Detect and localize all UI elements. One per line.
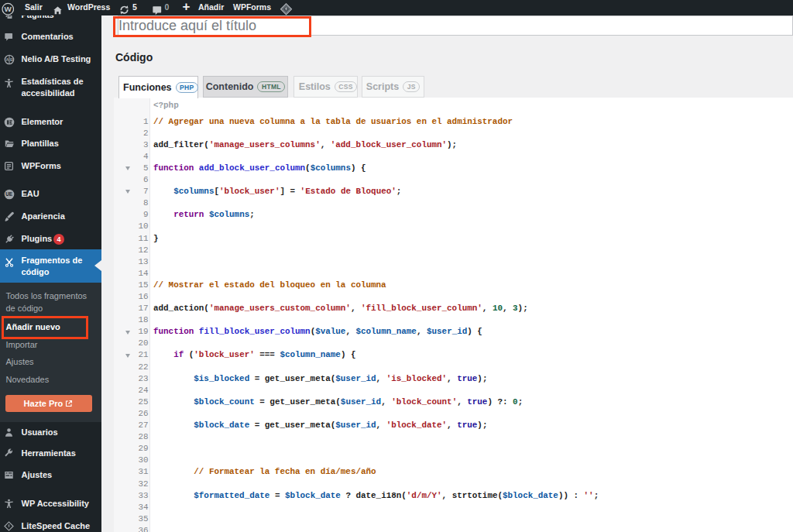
svg-text:A: A [5,57,9,62]
svg-text:UE: UE [5,191,12,197]
svg-text:B: B [10,57,13,62]
svg-text:W: W [4,5,12,13]
